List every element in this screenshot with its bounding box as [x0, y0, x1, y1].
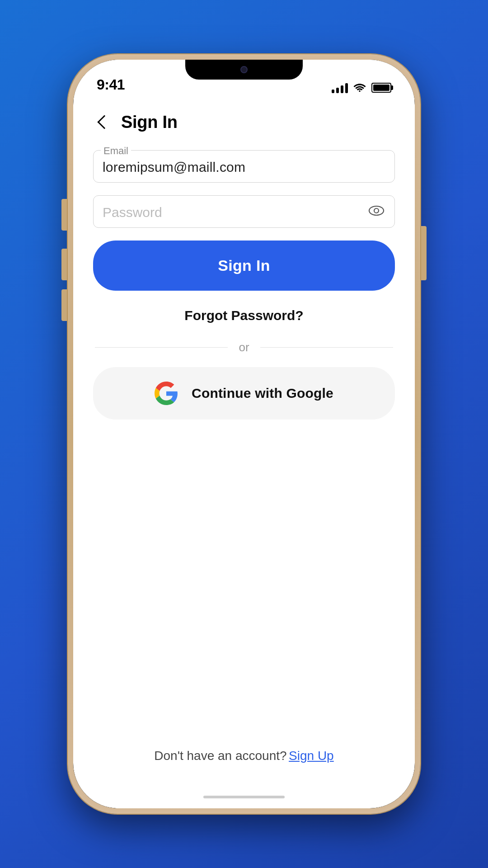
google-button-label: Continue with Google — [192, 386, 333, 401]
notch-camera — [240, 66, 248, 73]
wifi-icon — [353, 83, 366, 93]
back-button[interactable] — [93, 112, 113, 132]
no-account-text: Don't have an account? — [154, 749, 286, 763]
svg-point-1 — [374, 208, 379, 213]
sign-in-button[interactable]: Sign In — [93, 241, 395, 291]
password-placeholder: Password — [103, 201, 162, 220]
back-chevron-icon — [97, 115, 111, 129]
eye-icon[interactable] — [367, 202, 385, 220]
email-label: Email — [101, 145, 131, 157]
battery-icon — [371, 83, 391, 93]
signal-icon — [332, 82, 348, 93]
home-indicator — [73, 786, 415, 808]
status-icons — [332, 82, 391, 93]
app-content: Sign In Email loremipsum@maill.com — [73, 99, 415, 808]
email-input-wrapper[interactable]: Email loremipsum@maill.com — [93, 150, 395, 183]
google-logo-icon — [155, 382, 178, 405]
page-title: Sign In — [121, 113, 178, 132]
status-time: 9:41 — [97, 76, 125, 93]
phone-inner: 9:41 — [73, 60, 415, 808]
divider-line-left — [95, 347, 228, 348]
email-input-group: Email loremipsum@maill.com — [93, 150, 395, 183]
forgot-password-link[interactable]: Forgot Password? — [93, 303, 395, 328]
divider-text: or — [239, 340, 249, 354]
password-wrapper: Password — [103, 201, 385, 220]
email-field[interactable]: loremipsum@maill.com — [103, 156, 385, 175]
home-bar — [203, 796, 285, 798]
password-input-group: Password — [93, 195, 395, 228]
divider: or — [93, 340, 395, 354]
header: Sign In — [73, 99, 415, 141]
screen: 9:41 — [73, 60, 415, 808]
divider-line-right — [260, 347, 393, 348]
battery-fill — [373, 85, 389, 91]
notch — [185, 60, 303, 80]
svg-point-0 — [369, 206, 384, 215]
bottom-area: Don't have an account? Sign Up — [73, 735, 415, 786]
password-input-wrapper[interactable]: Password — [93, 195, 395, 228]
form-area: Email loremipsum@maill.com Password — [73, 141, 415, 420]
phone-frame: 9:41 — [68, 54, 420, 814]
sign-up-link[interactable]: Sign Up — [289, 749, 334, 763]
google-signin-button[interactable]: Continue with Google — [93, 367, 395, 420]
status-bar: 9:41 — [73, 60, 415, 99]
